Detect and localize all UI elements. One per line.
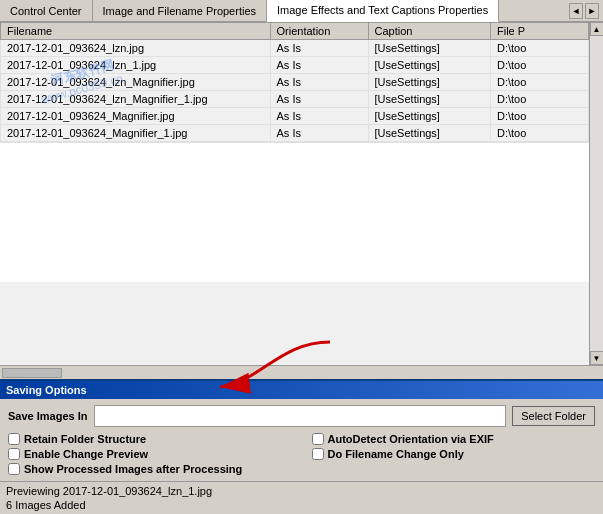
scroll-track[interactable] (590, 36, 604, 351)
table-row[interactable]: 2017-12-01_093624_lzn.jpg As Is [UseSett… (1, 40, 589, 57)
save-images-input[interactable] (94, 405, 507, 427)
cell-file: D:\too (491, 57, 589, 74)
checkbox-autodetect: AutoDetect Orientation via EXIF (312, 433, 596, 445)
table-row[interactable]: 2017-12-01_093624_Magnifier_1.jpg As Is … (1, 125, 589, 142)
cell-caption: [UseSettings] (368, 125, 491, 142)
cell-file: D:\too (491, 108, 589, 125)
cell-orientation: As Is (270, 40, 368, 57)
col-header-caption: Caption (368, 23, 491, 40)
status-count: 6 Images Added (6, 498, 597, 512)
table-row[interactable]: 2017-12-01_093624_lzn_1.jpg As Is [UseSe… (1, 57, 589, 74)
tab-image-effects[interactable]: Image Effects and Text Captions Properti… (267, 0, 499, 22)
retain-folder-checkbox[interactable] (8, 433, 20, 445)
col-header-orientation: Orientation (270, 23, 368, 40)
table-row[interactable]: 2017-12-01_093624_lzn_Magnifier.jpg As I… (1, 74, 589, 91)
select-folder-button[interactable]: Select Folder (512, 406, 595, 426)
scroll-down-button[interactable]: ▼ (590, 351, 604, 365)
cell-caption: [UseSettings] (368, 74, 491, 91)
enable-change-checkbox[interactable] (8, 448, 20, 460)
cell-caption: [UseSettings] (368, 108, 491, 125)
tab-bar: Control Center Image and Filename Proper… (0, 0, 603, 22)
table-row[interactable]: 2017-12-01_093624_Magnifier.jpg As Is [U… (1, 108, 589, 125)
cell-filename: 2017-12-01_093624_lzn_Magnifier.jpg (1, 74, 271, 91)
saving-options-panel: Saving Options Save Images In Select Fol… (0, 379, 603, 481)
cell-filename: 2017-12-01_093624_Magnifier_1.jpg (1, 125, 271, 142)
table-row[interactable]: 2017-12-01_093624_lzn_Magnifier_1.jpg As… (1, 91, 589, 108)
checkbox-retain-folder: Retain Folder Structure (8, 433, 292, 445)
col-header-filename: Filename (1, 23, 271, 40)
do-filename-label: Do Filename Change Only (328, 448, 464, 460)
cell-orientation: As Is (270, 74, 368, 91)
cell-filename: 2017-12-01_093624_lzn_1.jpg (1, 57, 271, 74)
tab-next-button[interactable]: ► (585, 3, 599, 19)
scroll-up-button[interactable]: ▲ (590, 22, 604, 36)
cell-file: D:\too (491, 91, 589, 108)
table-content: Filename Orientation Caption File P 2017… (0, 22, 589, 365)
enable-change-label: Enable Change Preview (24, 448, 148, 460)
vertical-scrollbar[interactable]: ▲ ▼ (589, 22, 603, 365)
table-scroll-area: Filename Orientation Caption File P 2017… (0, 22, 603, 365)
show-processed-label: Show Processed Images after Processing (24, 463, 242, 475)
retain-folder-label: Retain Folder Structure (24, 433, 146, 445)
tab-prev-button[interactable]: ◄ (569, 3, 583, 19)
tab-nav: ◄ ► (569, 3, 603, 19)
cell-file: D:\too (491, 40, 589, 57)
main-area: Filename Orientation Caption File P 2017… (0, 22, 603, 514)
saving-options-body: Save Images In Select Folder Retain Fold… (0, 399, 603, 481)
hscroll-thumb[interactable] (2, 368, 62, 378)
cell-caption: [UseSettings] (368, 40, 491, 57)
cell-caption: [UseSettings] (368, 57, 491, 74)
checkbox-show-processed: Show Processed Images after Processing (8, 463, 595, 475)
status-preview: Previewing 2017-12-01_093624_lzn_1.jpg (6, 484, 597, 498)
cell-orientation: As Is (270, 108, 368, 125)
show-processed-checkbox[interactable] (8, 463, 20, 475)
cell-filename: 2017-12-01_093624_Magnifier.jpg (1, 108, 271, 125)
col-header-file: File P (491, 23, 589, 40)
status-bar: Previewing 2017-12-01_093624_lzn_1.jpg 6… (0, 481, 603, 514)
autodetect-checkbox[interactable] (312, 433, 324, 445)
saving-options-header: Saving Options (0, 381, 603, 399)
cell-orientation: As Is (270, 57, 368, 74)
autodetect-label: AutoDetect Orientation via EXIF (328, 433, 494, 445)
cell-filename: 2017-12-01_093624_lzn.jpg (1, 40, 271, 57)
tab-control-center[interactable]: Control Center (0, 0, 93, 22)
checkbox-do-filename: Do Filename Change Only (312, 448, 596, 460)
cell-orientation: As Is (270, 91, 368, 108)
cell-file: D:\too (491, 74, 589, 91)
checkbox-enable-change: Enable Change Preview (8, 448, 292, 460)
save-images-row: Save Images In Select Folder (8, 405, 595, 427)
cell-file: D:\too (491, 125, 589, 142)
cell-filename: 2017-12-01_093624_lzn_Magnifier_1.jpg (1, 91, 271, 108)
tab-image-filename[interactable]: Image and Filename Properties (93, 0, 267, 22)
cell-caption: [UseSettings] (368, 91, 491, 108)
save-images-label: Save Images In (8, 410, 88, 422)
do-filename-checkbox[interactable] (312, 448, 324, 460)
options-grid: Retain Folder Structure AutoDetect Orien… (8, 433, 595, 475)
horizontal-scrollbar[interactable] (0, 365, 603, 379)
cell-orientation: As Is (270, 125, 368, 142)
data-table: Filename Orientation Caption File P 2017… (0, 22, 589, 142)
